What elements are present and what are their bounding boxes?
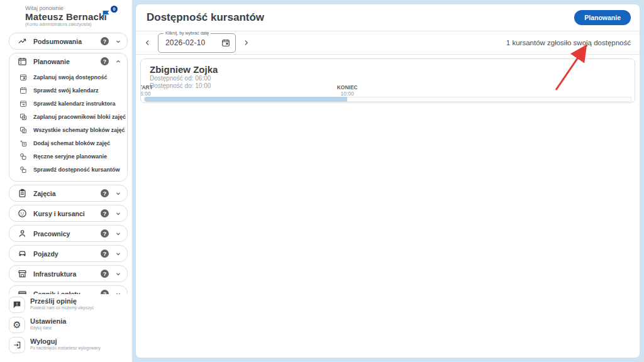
sidebar-item-planowanie: Planowanie ? Zaplanuj swoją dostępność S… [9, 53, 128, 182]
sidebar-item-label: Pojazdy [33, 250, 101, 258]
help-icon[interactable]: ? [101, 250, 109, 258]
notification-badge: 0 [111, 6, 118, 13]
clock-blocks-icon [19, 152, 28, 160]
blocks-list-icon [19, 126, 28, 134]
feedback-icon [9, 297, 25, 313]
sidebar-item-zajecia-header[interactable]: Zajęcia ? [9, 185, 127, 201]
page-title: Dostępność kursantów [147, 11, 264, 24]
help-icon[interactable]: ? [101, 189, 109, 197]
calendar-instructor-icon [19, 99, 28, 107]
submenu-zaplanuj-pracownikowi-bloki[interactable]: Zaplanuj pracownikowi bloki zajęć [19, 110, 125, 123]
chevron-down-icon[interactable] [114, 250, 122, 258]
submenu-reczne-seryjne-planowanie[interactable]: Ręczne seryjne planowanie [19, 150, 125, 163]
face-icon [18, 209, 27, 218]
sidebar-item-podsumowania: Podsumowania ? [9, 33, 128, 50]
help-icon[interactable]: ? [101, 270, 109, 278]
logout-icon [9, 337, 25, 353]
next-day-button[interactable] [240, 37, 252, 48]
submenu-sprawdz-swoj-kalendarz[interactable]: Sprawdź swój kalendarz [19, 84, 125, 97]
panel-header: Dostępność kursantów Planowanie [136, 4, 640, 31]
availability-timeline: START 06:00 KONIEC 10:00 [144, 84, 631, 102]
sidebar-item-pracownicy-header[interactable]: Pracownicy ? [9, 226, 127, 241]
help-icon[interactable]: ? [101, 209, 109, 217]
chevron-down-icon[interactable] [114, 38, 122, 45]
sidebar-footer: Prześlij opinię Powiedz nam co możemy ul… [0, 294, 132, 362]
planowanie-submenu: Zaplanuj swoją dostępność Sprawdź swój k… [9, 69, 127, 181]
availability-from: Dostępność od: 06:00 [150, 75, 635, 82]
sidebar-menu: Podsumowania ? Planowanie ? [0, 30, 132, 302]
sidebar-item-pracownicy: Pracownicy ? [9, 225, 128, 242]
sidebar-item-kursy: Kursy i kursanci ? [9, 205, 128, 222]
submenu-wszystkie-schematy-blokow[interactable]: Wszystkie schematy bloków zajęć [19, 123, 125, 136]
main-panel: Dostępność kursantów Planowanie Kliknij,… [135, 4, 640, 358]
student-availability-card[interactable]: Zbigniew Zojka Dostępność od: 06:00 Dost… [140, 58, 635, 103]
feedback-button[interactable]: Prześlij opinię Powiedz nam co możemy ul… [9, 297, 132, 313]
trending-up-icon [18, 36, 27, 46]
submenu-sprawdz-dostepnosc-kursantow[interactable]: Sprawdź dostępność kursantów [19, 163, 125, 176]
sidebar-item-infrastruktura: Infrastruktura ? [9, 265, 128, 282]
chevron-up-icon[interactable] [114, 58, 122, 65]
chevron-down-icon[interactable] [114, 190, 122, 197]
user-name: Mateusz Bernacki [25, 11, 132, 22]
sidebar-item-label: Infrastruktura [33, 270, 101, 278]
sidebar-item-kursy-header[interactable]: Kursy i kursanci ? [9, 206, 127, 221]
sidebar: Witaj ponownie Mateusz Bernacki (Konto a… [0, 0, 132, 362]
submenu-zaplanuj-swoja-dostepnosc[interactable]: Zaplanuj swoją dostępność [19, 70, 125, 84]
sidebar-item-pojazdy-header[interactable]: Pojazdy ? [9, 246, 127, 261]
chevron-down-icon[interactable] [114, 270, 122, 278]
clipboard-icon [18, 189, 27, 198]
notifications-flag-button[interactable]: 0 [101, 9, 114, 21]
sidebar-item-podsumowania-header[interactable]: Podsumowania ? [9, 33, 127, 49]
date-picker-value: 2026-02-10 [165, 38, 221, 47]
gear-icon: ⚙ [9, 317, 25, 333]
user-role: (Konto administratora założyciela) [25, 22, 132, 26]
help-icon[interactable]: ? [101, 57, 109, 65]
chevron-down-icon[interactable] [114, 230, 122, 238]
sidebar-item-label: Podsumowania [33, 38, 101, 45]
submenu-dodaj-schemat-blokow[interactable]: Dodaj schemat bloków zajęć [19, 136, 125, 150]
availability-list: Zbigniew Zojka Dostępność od: 06:00 Dost… [136, 55, 640, 103]
timeline-end-label: KONIEC 10:00 [337, 84, 358, 97]
student-name: Zbigniew Zojka [150, 64, 635, 75]
help-icon[interactable]: ? [101, 229, 109, 238]
calendar-icon [18, 57, 27, 66]
timeline-fill [145, 97, 347, 102]
date-picker-label: Kliknij, by wybrać datę [164, 31, 211, 35]
sidebar-item-planowanie-header[interactable]: Planowanie ? [9, 53, 127, 69]
calendar-today-icon [221, 38, 230, 47]
timeline-start-label: START 06:00 [140, 84, 153, 97]
sidebar-item-pojazdy: Pojazdy ? [9, 245, 128, 262]
add-block-icon [19, 139, 28, 147]
car-icon [18, 249, 27, 258]
date-picker-field[interactable]: Kliknij, by wybrać datę 2026-02-10 [158, 33, 236, 53]
help-icon[interactable]: ? [101, 37, 109, 45]
prev-day-button[interactable] [142, 37, 153, 48]
settings-button[interactable]: ⚙ Ustawienia Edytuj dane [9, 317, 132, 333]
flag-icon [101, 9, 112, 20]
person-icon [18, 229, 27, 238]
clock-blocks-icon [19, 165, 28, 173]
logout-button[interactable]: Wyloguj Po naciśnięciu zostaniesz wylogo… [9, 337, 132, 353]
sidebar-item-label: Planowanie [33, 58, 101, 65]
chevron-down-icon[interactable] [114, 210, 122, 217]
sidebar-item-zajecia: Zajęcia ? [9, 185, 128, 202]
timeline-track [144, 97, 631, 102]
sidebar-item-label: Zajęcia [33, 190, 101, 197]
planowanie-button[interactable]: Planowanie [574, 10, 631, 25]
calendar-person-icon [19, 73, 28, 81]
sidebar-item-label: Pracownicy [33, 230, 101, 238]
sidebar-item-infrastruktura-header[interactable]: Infrastruktura ? [9, 266, 127, 282]
calendar-plain-icon [19, 86, 28, 94]
blocks-person-icon [19, 112, 28, 121]
availability-summary: 1 kursantów zgłosiło swoją dostępność [506, 39, 631, 47]
date-toolbar: Kliknij, by wybrać datę 2026-02-10 1 kur… [136, 31, 640, 55]
submenu-sprawdz-kalendarz-instruktora[interactable]: Sprawdź kalendarz instruktora [19, 97, 125, 110]
user-block: Witaj ponownie Mateusz Bernacki (Konto a… [0, 0, 132, 30]
store-icon [18, 269, 27, 278]
sidebar-item-label: Kursy i kursanci [33, 210, 101, 217]
